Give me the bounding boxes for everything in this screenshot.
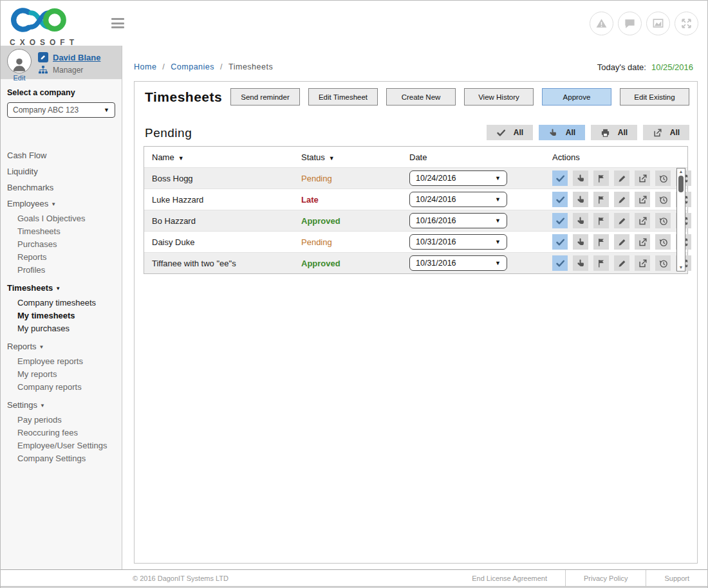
sidebar-item-my-reports[interactable]: My reports <box>7 368 122 381</box>
menu-hamburger-icon[interactable] <box>111 18 124 28</box>
date-select-value: 10/31/2016 <box>416 259 456 268</box>
sidebar-item-company-timesheets[interactable]: Company timesheets <box>7 297 122 309</box>
sidebar-item-my-purchases[interactable]: My purchases <box>7 322 122 335</box>
breadcrumb-home[interactable]: Home <box>134 62 156 71</box>
column-header-name[interactable]: Name▼ <box>152 152 301 162</box>
check-action-button[interactable] <box>552 192 568 207</box>
history-action-button[interactable] <box>655 234 671 250</box>
history-action-button[interactable] <box>655 170 671 186</box>
sidebar-item-reports[interactable]: Reports▼ <box>7 338 122 355</box>
sidebar-item-liquidity[interactable]: Liquidity <box>7 163 122 179</box>
chat-icon[interactable] <box>618 12 642 35</box>
footer-link-support[interactable]: Support <box>646 570 707 586</box>
thumb-action-button[interactable] <box>573 234 588 250</box>
edit-profile-link[interactable]: Edit <box>7 74 32 82</box>
footer-link-privacy-policy[interactable]: Privacy Policy <box>565 570 646 586</box>
breadcrumb-separator: / <box>162 62 165 71</box>
expand-icon[interactable] <box>675 12 698 35</box>
date-select[interactable]: 10/24/2016 ▼ <box>409 170 507 186</box>
scrollbar-thumb[interactable] <box>678 176 684 192</box>
check-action-button[interactable] <box>552 234 568 250</box>
sidebar-item-timesheets[interactable]: Timesheets▼ <box>7 280 122 297</box>
check-all-button[interactable]: All <box>487 125 533 140</box>
sidebar-item-company-reports[interactable]: Company reports <box>7 381 122 394</box>
user-name-link[interactable]: David Blane <box>53 53 100 62</box>
share-all-button[interactable]: All <box>643 125 689 140</box>
flag-action-button[interactable] <box>593 213 609 228</box>
sidebar-item-pay-periods[interactable]: Pay periods <box>7 414 122 427</box>
pencil-action-button[interactable] <box>614 255 629 271</box>
row-actions <box>552 170 691 186</box>
pencil-action-button[interactable] <box>614 213 629 228</box>
avatar[interactable] <box>7 49 32 73</box>
footer-link-end-license-agreement[interactable]: End License Agreement <box>454 570 565 586</box>
pencil-action-button[interactable] <box>614 192 629 207</box>
share-action-button[interactable] <box>635 234 650 250</box>
pencil-icon <box>40 54 46 60</box>
sidebar-item-purchases[interactable]: Purchases <box>7 238 122 251</box>
sidebar-item-profiles[interactable]: Profiles <box>7 264 122 277</box>
date-select[interactable]: 10/16/2016 ▼ <box>409 213 507 228</box>
history-action-button[interactable] <box>655 192 671 207</box>
send-reminder-button[interactable]: Send reminder <box>230 88 300 106</box>
sidebar-item-cash-flow[interactable]: Cash Flow <box>7 147 122 163</box>
edit-timesheet-button[interactable]: Edit Timesheet <box>308 88 378 106</box>
sidebar-item-employees[interactable]: Employees▼ <box>7 196 122 212</box>
thumb-all-button[interactable]: All <box>539 125 585 140</box>
pencil-action-button[interactable] <box>614 234 629 250</box>
scroll-down-icon[interactable]: ▼ <box>679 264 684 271</box>
sidebar-item-company-settings[interactable]: Company Settings <box>7 452 122 465</box>
bulk-action-buttons: AllAllAllAll <box>487 125 689 140</box>
sidebar-item-reports[interactable]: Reports <box>7 251 122 264</box>
history-action-button[interactable] <box>655 213 671 228</box>
flag-action-button[interactable] <box>593 192 609 207</box>
sidebar-item-reoccuring-fees[interactable]: Reoccuring fees <box>7 427 122 439</box>
sidebar-item-timesheets[interactable]: Timesheets <box>7 225 122 238</box>
check-action-button[interactable] <box>552 170 568 186</box>
flag-action-button[interactable] <box>593 234 609 250</box>
table-scrollbar[interactable]: ▲ ▼ <box>676 168 685 271</box>
view-history-button[interactable]: View History <box>464 88 534 106</box>
check-action-button[interactable] <box>552 255 568 271</box>
approve-button[interactable]: Approve <box>542 88 611 106</box>
share-action-button[interactable] <box>635 255 650 271</box>
edit-existing-button[interactable]: Edit Existing <box>620 88 689 106</box>
alert-icon[interactable] <box>590 12 613 35</box>
share-action-button[interactable] <box>635 192 650 207</box>
history-action-button[interactable] <box>655 255 671 271</box>
edit-name-button[interactable] <box>38 52 48 62</box>
scroll-up-icon[interactable]: ▲ <box>679 169 684 175</box>
thumb-action-button[interactable] <box>573 170 588 186</box>
thumb-action-button[interactable] <box>573 213 588 228</box>
profile-box: Edit David Blane Manager <box>1 46 122 79</box>
create-new-button[interactable]: Create New <box>386 88 456 106</box>
share-action-button[interactable] <box>635 213 650 228</box>
sidebar-item-employee-reports[interactable]: Employee reports <box>7 355 122 368</box>
flag-action-button[interactable] <box>593 170 609 186</box>
breadcrumb-companies[interactable]: Companies <box>171 62 214 71</box>
date-select[interactable]: 10/31/2016 ▼ <box>409 234 507 250</box>
share-action-button[interactable] <box>635 170 650 186</box>
sidebar-item-settings[interactable]: Settings▼ <box>7 397 122 414</box>
sidebar-item-employee-user-settings[interactable]: Employee/User Settings <box>7 439 122 452</box>
check-action-button[interactable] <box>552 213 568 228</box>
column-header-status[interactable]: Status▼ <box>301 152 409 162</box>
thumb-action-button[interactable] <box>573 255 588 271</box>
employee-name: Boss Hogg <box>152 174 301 183</box>
flag-action-button[interactable] <box>593 255 609 271</box>
company-select-label: Select a company <box>7 88 115 97</box>
date-select[interactable]: 10/24/2016 ▼ <box>409 192 507 207</box>
status-badge: Pending <box>301 237 409 247</box>
sidebar-item-my-timesheets[interactable]: My timesheets <box>7 309 122 322</box>
date-select[interactable]: 10/31/2016 ▼ <box>409 255 507 271</box>
company-select[interactable]: Company ABC 123 ▼ <box>7 102 115 118</box>
print-all-button[interactable]: All <box>591 125 637 140</box>
column-header-date: Date <box>409 152 552 162</box>
sidebar-item-benchmarks[interactable]: Benchmarks <box>7 179 122 196</box>
brand-logo[interactable]: CXOSOFT <box>10 6 79 47</box>
chart-icon[interactable] <box>646 12 670 35</box>
sidebar-item-goals-i-objectives[interactable]: Goals I Objectives <box>7 212 122 225</box>
thumb-action-button[interactable] <box>573 192 588 207</box>
sort-caret-icon: ▼ <box>178 155 184 161</box>
pencil-action-button[interactable] <box>614 170 629 186</box>
